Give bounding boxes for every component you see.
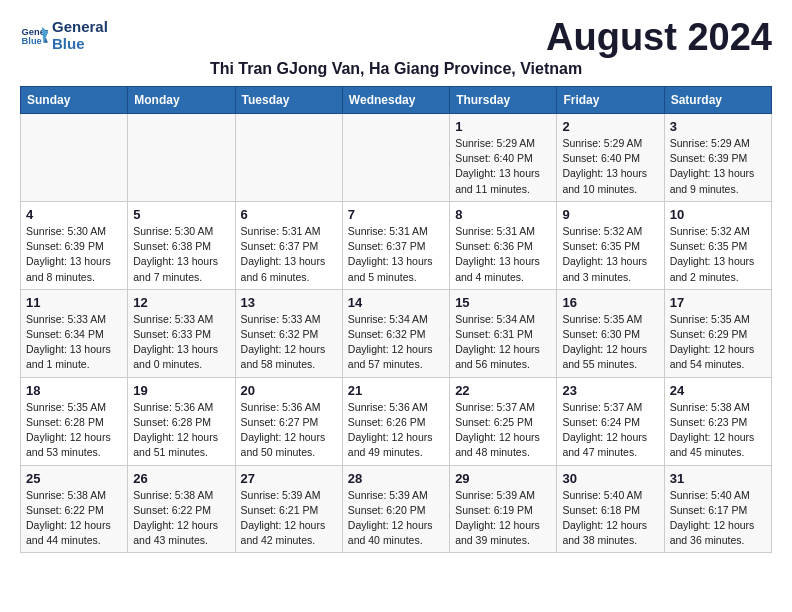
day-cell: 31Sunrise: 5:40 AMSunset: 6:17 PMDayligh… [664, 465, 771, 553]
weekday-friday: Friday [557, 87, 664, 114]
day-cell: 28Sunrise: 5:39 AMSunset: 6:20 PMDayligh… [342, 465, 449, 553]
day-cell [342, 114, 449, 202]
day-number: 5 [133, 207, 229, 222]
calendar-body: 1Sunrise: 5:29 AMSunset: 6:40 PMDaylight… [21, 114, 772, 553]
day-cell: 21Sunrise: 5:36 AMSunset: 6:26 PMDayligh… [342, 377, 449, 465]
day-info: Sunrise: 5:37 AMSunset: 6:24 PMDaylight:… [562, 400, 658, 461]
day-cell: 8Sunrise: 5:31 AMSunset: 6:36 PMDaylight… [450, 201, 557, 289]
day-info: Sunrise: 5:34 AMSunset: 6:32 PMDaylight:… [348, 312, 444, 373]
day-info: Sunrise: 5:35 AMSunset: 6:29 PMDaylight:… [670, 312, 766, 373]
day-cell: 7Sunrise: 5:31 AMSunset: 6:37 PMDaylight… [342, 201, 449, 289]
day-cell: 25Sunrise: 5:38 AMSunset: 6:22 PMDayligh… [21, 465, 128, 553]
day-number: 16 [562, 295, 658, 310]
day-number: 28 [348, 471, 444, 486]
day-number: 14 [348, 295, 444, 310]
calendar: SundayMondayTuesdayWednesdayThursdayFrid… [20, 86, 772, 553]
day-number: 2 [562, 119, 658, 134]
day-cell: 18Sunrise: 5:35 AMSunset: 6:28 PMDayligh… [21, 377, 128, 465]
day-info: Sunrise: 5:31 AMSunset: 6:37 PMDaylight:… [348, 224, 444, 285]
day-number: 24 [670, 383, 766, 398]
logo-general: General [52, 18, 108, 35]
weekday-header-row: SundayMondayTuesdayWednesdayThursdayFrid… [21, 87, 772, 114]
day-number: 6 [241, 207, 337, 222]
day-info: Sunrise: 5:31 AMSunset: 6:37 PMDaylight:… [241, 224, 337, 285]
week-row-1: 1Sunrise: 5:29 AMSunset: 6:40 PMDaylight… [21, 114, 772, 202]
weekday-saturday: Saturday [664, 87, 771, 114]
day-number: 22 [455, 383, 551, 398]
day-cell [235, 114, 342, 202]
day-cell: 17Sunrise: 5:35 AMSunset: 6:29 PMDayligh… [664, 289, 771, 377]
logo-blue: Blue [52, 35, 108, 52]
day-info: Sunrise: 5:35 AMSunset: 6:28 PMDaylight:… [26, 400, 122, 461]
week-row-3: 11Sunrise: 5:33 AMSunset: 6:34 PMDayligh… [21, 289, 772, 377]
day-info: Sunrise: 5:33 AMSunset: 6:34 PMDaylight:… [26, 312, 122, 373]
day-info: Sunrise: 5:34 AMSunset: 6:31 PMDaylight:… [455, 312, 551, 373]
day-cell: 12Sunrise: 5:33 AMSunset: 6:33 PMDayligh… [128, 289, 235, 377]
day-info: Sunrise: 5:40 AMSunset: 6:17 PMDaylight:… [670, 488, 766, 549]
day-info: Sunrise: 5:30 AMSunset: 6:39 PMDaylight:… [26, 224, 122, 285]
day-info: Sunrise: 5:36 AMSunset: 6:26 PMDaylight:… [348, 400, 444, 461]
day-info: Sunrise: 5:38 AMSunset: 6:22 PMDaylight:… [26, 488, 122, 549]
day-info: Sunrise: 5:40 AMSunset: 6:18 PMDaylight:… [562, 488, 658, 549]
day-number: 29 [455, 471, 551, 486]
weekday-thursday: Thursday [450, 87, 557, 114]
day-cell: 19Sunrise: 5:36 AMSunset: 6:28 PMDayligh… [128, 377, 235, 465]
day-number: 8 [455, 207, 551, 222]
day-cell [128, 114, 235, 202]
day-number: 18 [26, 383, 122, 398]
day-number: 15 [455, 295, 551, 310]
weekday-sunday: Sunday [21, 87, 128, 114]
day-cell: 5Sunrise: 5:30 AMSunset: 6:38 PMDaylight… [128, 201, 235, 289]
day-cell: 26Sunrise: 5:38 AMSunset: 6:22 PMDayligh… [128, 465, 235, 553]
day-cell: 30Sunrise: 5:40 AMSunset: 6:18 PMDayligh… [557, 465, 664, 553]
day-cell: 2Sunrise: 5:29 AMSunset: 6:40 PMDaylight… [557, 114, 664, 202]
day-number: 1 [455, 119, 551, 134]
day-cell: 4Sunrise: 5:30 AMSunset: 6:39 PMDaylight… [21, 201, 128, 289]
day-info: Sunrise: 5:36 AMSunset: 6:27 PMDaylight:… [241, 400, 337, 461]
day-number: 17 [670, 295, 766, 310]
day-number: 9 [562, 207, 658, 222]
day-cell: 1Sunrise: 5:29 AMSunset: 6:40 PMDaylight… [450, 114, 557, 202]
day-cell: 11Sunrise: 5:33 AMSunset: 6:34 PMDayligh… [21, 289, 128, 377]
day-cell: 15Sunrise: 5:34 AMSunset: 6:31 PMDayligh… [450, 289, 557, 377]
day-info: Sunrise: 5:32 AMSunset: 6:35 PMDaylight:… [562, 224, 658, 285]
day-cell: 3Sunrise: 5:29 AMSunset: 6:39 PMDaylight… [664, 114, 771, 202]
day-number: 26 [133, 471, 229, 486]
day-number: 20 [241, 383, 337, 398]
day-number: 31 [670, 471, 766, 486]
day-info: Sunrise: 5:39 AMSunset: 6:21 PMDaylight:… [241, 488, 337, 549]
day-cell: 23Sunrise: 5:37 AMSunset: 6:24 PMDayligh… [557, 377, 664, 465]
day-info: Sunrise: 5:36 AMSunset: 6:28 PMDaylight:… [133, 400, 229, 461]
day-info: Sunrise: 5:29 AMSunset: 6:40 PMDaylight:… [455, 136, 551, 197]
week-row-2: 4Sunrise: 5:30 AMSunset: 6:39 PMDaylight… [21, 201, 772, 289]
day-info: Sunrise: 5:31 AMSunset: 6:36 PMDaylight:… [455, 224, 551, 285]
day-cell: 6Sunrise: 5:31 AMSunset: 6:37 PMDaylight… [235, 201, 342, 289]
weekday-tuesday: Tuesday [235, 87, 342, 114]
day-number: 19 [133, 383, 229, 398]
day-cell: 9Sunrise: 5:32 AMSunset: 6:35 PMDaylight… [557, 201, 664, 289]
day-number: 4 [26, 207, 122, 222]
week-row-4: 18Sunrise: 5:35 AMSunset: 6:28 PMDayligh… [21, 377, 772, 465]
day-number: 27 [241, 471, 337, 486]
day-cell: 24Sunrise: 5:38 AMSunset: 6:23 PMDayligh… [664, 377, 771, 465]
day-cell: 13Sunrise: 5:33 AMSunset: 6:32 PMDayligh… [235, 289, 342, 377]
day-info: Sunrise: 5:33 AMSunset: 6:32 PMDaylight:… [241, 312, 337, 373]
day-info: Sunrise: 5:29 AMSunset: 6:39 PMDaylight:… [670, 136, 766, 197]
day-cell: 14Sunrise: 5:34 AMSunset: 6:32 PMDayligh… [342, 289, 449, 377]
day-cell: 16Sunrise: 5:35 AMSunset: 6:30 PMDayligh… [557, 289, 664, 377]
day-info: Sunrise: 5:38 AMSunset: 6:23 PMDaylight:… [670, 400, 766, 461]
day-cell: 29Sunrise: 5:39 AMSunset: 6:19 PMDayligh… [450, 465, 557, 553]
day-info: Sunrise: 5:35 AMSunset: 6:30 PMDaylight:… [562, 312, 658, 373]
month-title: August 2024 [546, 18, 772, 56]
svg-text:Blue: Blue [22, 37, 42, 47]
day-cell [21, 114, 128, 202]
day-info: Sunrise: 5:38 AMSunset: 6:22 PMDaylight:… [133, 488, 229, 549]
day-number: 30 [562, 471, 658, 486]
day-number: 23 [562, 383, 658, 398]
day-cell: 22Sunrise: 5:37 AMSunset: 6:25 PMDayligh… [450, 377, 557, 465]
day-number: 7 [348, 207, 444, 222]
day-number: 3 [670, 119, 766, 134]
week-row-5: 25Sunrise: 5:38 AMSunset: 6:22 PMDayligh… [21, 465, 772, 553]
weekday-wednesday: Wednesday [342, 87, 449, 114]
day-info: Sunrise: 5:29 AMSunset: 6:40 PMDaylight:… [562, 136, 658, 197]
